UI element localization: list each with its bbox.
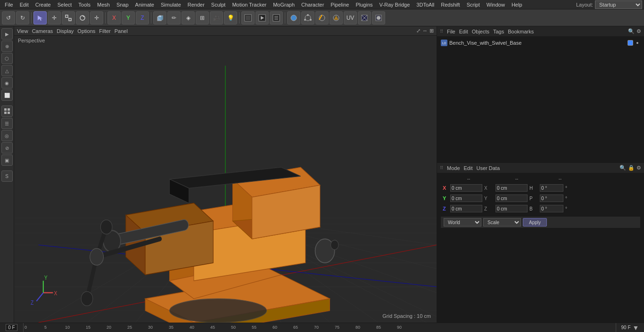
- attr-b-input[interactable]: [540, 205, 563, 212]
- menu-create[interactable]: Create: [33, 1, 54, 8]
- objects-menu-bookmarks[interactable]: Bookmarks: [508, 29, 534, 34]
- viewport-menu-display[interactable]: Display: [57, 28, 74, 34]
- select-tool-button[interactable]: [33, 11, 47, 24]
- poly-mode-button[interactable]: [330, 11, 343, 24]
- attr-y-pos-input[interactable]: [450, 194, 482, 202]
- menu-pipeline[interactable]: Pipeline: [328, 1, 352, 8]
- timeline-expand-icon[interactable]: ▼: [633, 324, 639, 332]
- apply-button[interactable]: Apply: [523, 218, 547, 227]
- point-mode-button[interactable]: [301, 11, 314, 24]
- menu-vray[interactable]: V-Ray Bridge: [377, 1, 413, 8]
- sidebar-btn-3[interactable]: ⬡: [1, 53, 13, 64]
- transform-button[interactable]: ✛: [90, 11, 103, 24]
- object-visibility-icon[interactable]: ●: [635, 40, 640, 46]
- redo-button[interactable]: ↻: [16, 11, 29, 24]
- viewport-menu-cameras[interactable]: Cameras: [32, 28, 53, 34]
- sidebar-btn-5[interactable]: ◉: [1, 77, 13, 89]
- menu-script[interactable]: Script: [464, 1, 483, 8]
- menu-mograph[interactable]: MoGraph: [270, 1, 297, 8]
- sidebar-btn-6[interactable]: ⬜: [1, 89, 13, 101]
- select3-button[interactable]: ◈: [182, 11, 195, 24]
- sidebar-btn-8[interactable]: ☰: [1, 118, 13, 129]
- viewport-icon-3[interactable]: ⊞: [429, 28, 434, 34]
- menu-select[interactable]: Select: [55, 1, 75, 8]
- attr-x-pos-input[interactable]: [450, 184, 482, 192]
- uv-mode-button[interactable]: UV: [344, 11, 357, 24]
- sidebar-btn-7[interactable]: [1, 105, 13, 117]
- attr-icon-1[interactable]: 🔍: [619, 165, 626, 171]
- edge-mode-button[interactable]: [315, 11, 329, 24]
- menu-help[interactable]: Help: [509, 1, 525, 8]
- render-active-button[interactable]: [256, 11, 269, 24]
- menu-motion-tracker[interactable]: Motion Tracker: [229, 1, 269, 8]
- menu-snap[interactable]: Snap: [114, 1, 132, 8]
- attr-h-input[interactable]: [540, 184, 563, 192]
- light-button[interactable]: 💡: [224, 11, 237, 24]
- scale-mode-select[interactable]: Scale Size: [483, 218, 521, 227]
- menu-3dtoall[interactable]: 3DToAll: [413, 1, 437, 8]
- rotate-tool-button[interactable]: [76, 11, 89, 24]
- z-axis-button[interactable]: Z: [136, 11, 149, 24]
- viewport-icon-1[interactable]: ⤢: [416, 28, 421, 34]
- menu-sculpt[interactable]: Sculpt: [208, 1, 229, 8]
- world-space-select[interactable]: World Object Screen: [444, 218, 481, 227]
- viewport-menu-filter[interactable]: Filter: [99, 28, 110, 34]
- layout-dropdown[interactable]: Startup: [595, 0, 642, 9]
- scale-tool-button[interactable]: [62, 11, 75, 24]
- attr-menu-userdata[interactable]: User Data: [477, 165, 500, 171]
- menu-animate[interactable]: Animate: [132, 1, 157, 8]
- menu-mesh[interactable]: Mesh: [94, 1, 113, 8]
- objects-menu-edit[interactable]: Edit: [459, 29, 468, 34]
- attr-menu-mode[interactable]: Mode: [447, 165, 460, 171]
- attr-y-size-input[interactable]: [495, 194, 528, 202]
- viewport-3d-canvas[interactable]: X Y Z: [14, 36, 437, 323]
- attr-icon-3[interactable]: ⚙: [636, 165, 641, 171]
- object-item-bench-vise[interactable]: L0 Bench_Vise_with_Swivel_Base ●: [439, 39, 642, 47]
- viewport-menu-options[interactable]: Options: [77, 28, 95, 34]
- attr-menu-edit[interactable]: Edit: [464, 165, 473, 171]
- render-region-button[interactable]: [241, 11, 255, 24]
- sidebar-btn-s[interactable]: S: [1, 170, 13, 182]
- sidebar-btn-4[interactable]: △: [1, 65, 13, 76]
- render-icon-button[interactable]: [372, 11, 385, 24]
- x-axis-button[interactable]: X: [107, 11, 121, 24]
- attr-x-size-input[interactable]: [495, 184, 528, 192]
- move-tool-button[interactable]: ✛: [48, 11, 61, 24]
- y-axis-button[interactable]: Y: [122, 11, 135, 24]
- menu-character[interactable]: Character: [298, 1, 327, 8]
- viewport-menu-panel[interactable]: Panel: [115, 28, 128, 34]
- menu-redshift[interactable]: Redshift: [438, 1, 462, 8]
- objects-filter-icon[interactable]: ⚙: [636, 28, 641, 34]
- viewport[interactable]: View Cameras Display Options Filter Pane…: [14, 26, 437, 323]
- objects-menu-tags[interactable]: Tags: [493, 29, 504, 34]
- pen-tool-button[interactable]: ✏: [167, 11, 181, 24]
- render-all-button[interactable]: [270, 11, 283, 24]
- attr-z-size-input[interactable]: [495, 205, 528, 212]
- menu-render[interactable]: Render: [185, 1, 207, 8]
- menu-file[interactable]: File: [2, 1, 16, 8]
- menu-tools[interactable]: Tools: [75, 1, 93, 8]
- sidebar-btn-10[interactable]: ⊘: [1, 142, 13, 154]
- objects-menu-file[interactable]: File: [447, 29, 455, 34]
- attr-icon-2[interactable]: 🔒: [628, 165, 635, 171]
- sidebar-btn-9[interactable]: ◎: [1, 130, 13, 141]
- attr-p-input[interactable]: [540, 194, 563, 202]
- objects-menu-objects[interactable]: Objects: [472, 29, 489, 34]
- timeline-tick-area[interactable]: 0 5 10 15 20 25 30 35 40 45 50 55 60 65 …: [24, 323, 616, 332]
- undo-button[interactable]: ↺: [2, 11, 15, 24]
- camera-button[interactable]: 🎥: [210, 11, 223, 24]
- attr-z-pos-input[interactable]: [450, 205, 482, 212]
- cube-primitive-button[interactable]: [153, 11, 166, 24]
- viewport-icon-2[interactable]: ↔: [422, 28, 428, 34]
- sidebar-btn-2[interactable]: ⊕: [1, 40, 13, 52]
- menu-plugins[interactable]: Plugins: [353, 1, 375, 8]
- sidebar-btn-1[interactable]: ▶: [1, 28, 13, 40]
- object-mode-button[interactable]: [287, 11, 300, 24]
- texture-mode-button[interactable]: [358, 11, 371, 24]
- grid-button[interactable]: ⊞: [196, 11, 209, 24]
- menu-simulate[interactable]: Simulate: [158, 1, 184, 8]
- sidebar-btn-11[interactable]: ▣: [1, 154, 13, 166]
- menu-window[interactable]: Window: [484, 1, 508, 8]
- menu-edit[interactable]: Edit: [17, 1, 32, 8]
- objects-search-icon[interactable]: 🔍: [628, 28, 635, 34]
